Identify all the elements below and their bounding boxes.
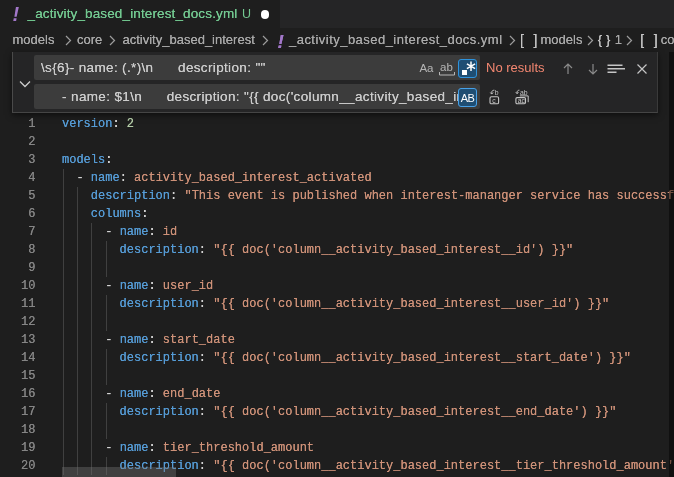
svg-text:c: c	[492, 96, 496, 103]
svg-text:b: b	[494, 89, 498, 96]
svg-text:ab: ab	[520, 89, 528, 96]
svg-text:ac: ac	[518, 96, 526, 103]
